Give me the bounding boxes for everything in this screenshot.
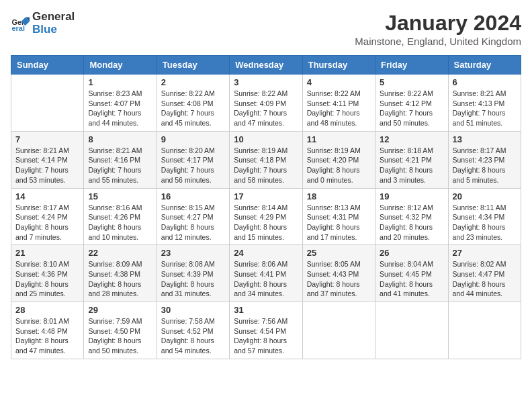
day-info: Sunrise: 8:05 AMSunset: 4:43 PMDaylight:…: [307, 259, 371, 299]
day-info: Sunrise: 8:08 AMSunset: 4:39 PMDaylight:…: [161, 259, 225, 299]
calendar-cell: 16Sunrise: 8:15 AMSunset: 4:27 PMDayligh…: [157, 188, 229, 245]
day-number: 21: [15, 248, 79, 258]
day-number: 28: [15, 305, 79, 315]
day-number: 10: [234, 134, 298, 144]
calendar-cell: 24Sunrise: 8:06 AMSunset: 4:41 PMDayligh…: [230, 245, 302, 302]
day-number: 18: [307, 191, 371, 201]
day-info: Sunrise: 8:17 AMSunset: 4:23 PMDaylight:…: [453, 146, 517, 185]
day-info: Sunrise: 8:20 AMSunset: 4:17 PMDaylight:…: [161, 146, 225, 185]
calendar-cell: 9Sunrise: 8:20 AMSunset: 4:17 PMDaylight…: [157, 131, 229, 188]
weekday-header-thursday: Thursday: [302, 56, 375, 75]
day-number: 25: [307, 248, 371, 258]
location-subtitle: Mainstone, England, United Kingdom: [355, 36, 521, 47]
day-number: 31: [234, 305, 298, 315]
logo-icon: Gen eral: [11, 14, 30, 33]
day-info: Sunrise: 8:22 AMSunset: 4:12 PMDaylight:…: [380, 89, 443, 128]
calendar-cell: 31Sunrise: 7:56 AMSunset: 4:54 PMDayligh…: [230, 302, 302, 359]
calendar-cell: 21Sunrise: 8:10 AMSunset: 4:36 PMDayligh…: [11, 245, 84, 302]
day-info: Sunrise: 8:10 AMSunset: 4:36 PMDaylight:…: [15, 259, 79, 299]
calendar-cell: 30Sunrise: 7:58 AMSunset: 4:52 PMDayligh…: [157, 302, 229, 359]
week-row-4: 21Sunrise: 8:10 AMSunset: 4:36 PMDayligh…: [11, 245, 521, 302]
day-info: Sunrise: 8:22 AMSunset: 4:09 PMDaylight:…: [234, 89, 298, 128]
calendar-cell: 14Sunrise: 8:17 AMSunset: 4:24 PMDayligh…: [11, 188, 84, 245]
day-info: Sunrise: 8:21 AMSunset: 4:14 PMDaylight:…: [15, 146, 79, 185]
calendar-cell: 15Sunrise: 8:16 AMSunset: 4:26 PMDayligh…: [84, 188, 157, 245]
day-info: Sunrise: 7:56 AMSunset: 4:54 PMDaylight:…: [234, 316, 298, 356]
day-info: Sunrise: 8:09 AMSunset: 4:38 PMDaylight:…: [88, 259, 152, 299]
calendar-cell: 1Sunrise: 8:23 AMSunset: 4:07 PMDaylight…: [84, 75, 157, 132]
day-info: Sunrise: 8:06 AMSunset: 4:41 PMDaylight:…: [234, 259, 298, 299]
day-number: 17: [234, 191, 298, 201]
day-number: 16: [161, 191, 225, 201]
calendar-cell: [375, 302, 448, 359]
calendar-cell: [11, 75, 84, 132]
day-info: Sunrise: 8:01 AMSunset: 4:48 PMDaylight:…: [15, 316, 79, 356]
day-info: Sunrise: 8:12 AMSunset: 4:32 PMDaylight:…: [380, 203, 443, 242]
calendar-cell: 17Sunrise: 8:14 AMSunset: 4:29 PMDayligh…: [230, 188, 302, 245]
day-number: 27: [453, 248, 517, 258]
calendar-cell: 6Sunrise: 8:21 AMSunset: 4:13 PMDaylight…: [448, 75, 521, 132]
calendar-cell: 12Sunrise: 8:18 AMSunset: 4:21 PMDayligh…: [375, 131, 448, 188]
calendar-cell: 22Sunrise: 8:09 AMSunset: 4:38 PMDayligh…: [84, 245, 157, 302]
day-number: 13: [453, 134, 517, 144]
day-info: Sunrise: 8:22 AMSunset: 4:11 PMDaylight:…: [307, 89, 371, 128]
day-info: Sunrise: 8:19 AMSunset: 4:18 PMDaylight:…: [234, 146, 298, 185]
day-number: 15: [88, 191, 152, 201]
day-number: 12: [380, 134, 443, 144]
day-info: Sunrise: 8:21 AMSunset: 4:13 PMDaylight:…: [453, 89, 517, 128]
calendar-cell: 18Sunrise: 8:13 AMSunset: 4:31 PMDayligh…: [302, 188, 375, 245]
day-number: 19: [380, 191, 443, 201]
logo-blue-text: Blue: [32, 24, 75, 36]
day-number: 11: [307, 134, 371, 144]
day-number: 23: [161, 248, 225, 258]
calendar-cell: 26Sunrise: 8:04 AMSunset: 4:45 PMDayligh…: [375, 245, 448, 302]
day-info: Sunrise: 8:22 AMSunset: 4:08 PMDaylight:…: [161, 89, 225, 128]
day-number: 1: [88, 77, 152, 87]
day-info: Sunrise: 7:59 AMSunset: 4:50 PMDaylight:…: [88, 316, 152, 356]
day-number: 30: [161, 305, 225, 315]
day-info: Sunrise: 8:19 AMSunset: 4:20 PMDaylight:…: [307, 146, 371, 185]
day-info: Sunrise: 8:15 AMSunset: 4:27 PMDaylight:…: [161, 203, 225, 242]
day-number: 3: [234, 77, 298, 87]
page-header: Gen eral General Blue January 2024 Mains…: [11, 11, 521, 47]
weekday-header-saturday: Saturday: [448, 56, 521, 75]
week-row-2: 7Sunrise: 8:21 AMSunset: 4:14 PMDaylight…: [11, 131, 521, 188]
weekday-header-monday: Monday: [84, 56, 157, 75]
calendar-cell: 27Sunrise: 8:02 AMSunset: 4:47 PMDayligh…: [448, 245, 521, 302]
day-number: 22: [88, 248, 152, 258]
day-number: 9: [161, 134, 225, 144]
day-number: 29: [88, 305, 152, 315]
day-number: 2: [161, 77, 225, 87]
calendar-cell: 5Sunrise: 8:22 AMSunset: 4:12 PMDaylight…: [375, 75, 448, 132]
day-info: Sunrise: 8:21 AMSunset: 4:16 PMDaylight:…: [88, 146, 152, 185]
calendar-cell: 11Sunrise: 8:19 AMSunset: 4:20 PMDayligh…: [302, 131, 375, 188]
calendar-cell: 3Sunrise: 8:22 AMSunset: 4:09 PMDaylight…: [230, 75, 302, 132]
calendar-cell: 13Sunrise: 8:17 AMSunset: 4:23 PMDayligh…: [448, 131, 521, 188]
logo-general-text: General: [32, 11, 75, 24]
day-info: Sunrise: 8:11 AMSunset: 4:34 PMDaylight:…: [453, 203, 517, 242]
day-number: 4: [307, 77, 371, 87]
day-info: Sunrise: 8:18 AMSunset: 4:21 PMDaylight:…: [380, 146, 443, 185]
day-number: 6: [453, 77, 517, 87]
day-info: Sunrise: 7:58 AMSunset: 4:52 PMDaylight:…: [161, 316, 225, 356]
day-number: 14: [15, 191, 79, 201]
calendar-cell: 29Sunrise: 7:59 AMSunset: 4:50 PMDayligh…: [84, 302, 157, 359]
day-info: Sunrise: 8:23 AMSunset: 4:07 PMDaylight:…: [88, 89, 152, 128]
calendar-cell: [448, 302, 521, 359]
weekday-header-friday: Friday: [375, 56, 448, 75]
calendar-cell: [302, 302, 375, 359]
weekday-header-wednesday: Wednesday: [230, 56, 302, 75]
day-number: 24: [234, 248, 298, 258]
calendar-cell: 2Sunrise: 8:22 AMSunset: 4:08 PMDaylight…: [157, 75, 229, 132]
day-number: 5: [380, 77, 443, 87]
calendar-table: SundayMondayTuesdayWednesdayThursdayFrid…: [11, 55, 521, 359]
weekday-header-tuesday: Tuesday: [157, 56, 229, 75]
calendar-cell: 8Sunrise: 8:21 AMSunset: 4:16 PMDaylight…: [84, 131, 157, 188]
week-row-5: 28Sunrise: 8:01 AMSunset: 4:48 PMDayligh…: [11, 302, 521, 359]
calendar-cell: 20Sunrise: 8:11 AMSunset: 4:34 PMDayligh…: [448, 188, 521, 245]
svg-text:eral: eral: [12, 24, 25, 32]
day-number: 8: [88, 134, 152, 144]
day-info: Sunrise: 8:17 AMSunset: 4:24 PMDaylight:…: [15, 203, 79, 242]
day-info: Sunrise: 8:14 AMSunset: 4:29 PMDaylight:…: [234, 203, 298, 242]
day-number: 26: [380, 248, 443, 258]
